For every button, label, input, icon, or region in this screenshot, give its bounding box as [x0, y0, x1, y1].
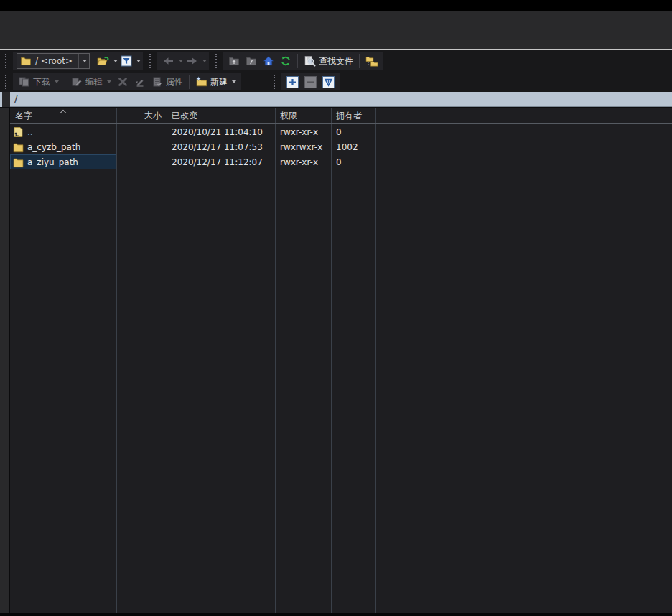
edit-label: 编辑 [85, 76, 103, 88]
toolbar-separator [65, 75, 65, 89]
top-black-strip [0, 0, 672, 11]
home-directory-button[interactable] [260, 53, 277, 69]
filter-icon [121, 55, 132, 67]
open-directory-button[interactable] [94, 53, 112, 69]
file-row-filler [375, 124, 672, 139]
command-toolbar: 下载 编辑 属性 新建 [0, 72, 672, 92]
file-changed: 2020/12/17 11:07:53 [167, 139, 275, 154]
toolbar-separator [297, 54, 298, 68]
address-toolbar: / <root> [0, 50, 672, 72]
parent-folder-icon [228, 55, 240, 67]
directory-path-value: / <root> [35, 56, 73, 66]
folder-icon [13, 157, 24, 168]
sync-folders-icon [365, 55, 378, 67]
filter-dropdown-icon[interactable] [136, 60, 141, 62]
download-dropdown-icon[interactable] [55, 80, 59, 83]
filter-button[interactable] [118, 53, 135, 69]
file-changed: 2020/12/17 11:12:07 [167, 154, 275, 169]
file-row[interactable]: a_ziyu_path 2020/12/17 11:12:07 rwxr-xr-… [10, 154, 672, 169]
edit-pencil-icon [71, 76, 83, 88]
navigation-group [157, 52, 209, 70]
find-files-button[interactable]: 查找文件 [301, 53, 356, 69]
path-gutter [2, 92, 10, 107]
bottom-black-strip [0, 613, 672, 616]
rename-pencil-icon [134, 76, 146, 88]
forward-dropdown-icon[interactable] [202, 60, 207, 62]
back-button[interactable] [159, 53, 177, 69]
unselect-files-button[interactable] [302, 74, 319, 90]
edit-dropdown-icon[interactable] [107, 80, 111, 83]
file-name-cell: a_cyzb_path [10, 139, 116, 154]
root-folder-icon [246, 55, 257, 67]
column-header-name[interactable]: 名字 [10, 108, 116, 123]
delete-button[interactable] [114, 74, 131, 90]
file-owner: 0 [331, 154, 375, 169]
select-files-button[interactable] [284, 74, 302, 90]
file-row[interactable]: a_cyzb_path 2020/12/17 11:07:53 rwxrwxr-… [10, 139, 672, 154]
column-header-filler [375, 108, 672, 123]
toolbar-separator [189, 75, 190, 89]
toolbar-grip[interactable] [5, 75, 11, 89]
address-group: / <root> [13, 52, 143, 70]
home-icon [263, 55, 274, 67]
file-commands-group: 下载 编辑 属性 新建 [13, 73, 241, 90]
column-header-permissions[interactable]: 权限 [275, 108, 331, 123]
invert-selection-button[interactable] [319, 74, 337, 90]
file-row[interactable]: .. 2020/10/21 11:04:10 rwxr-xr-x 0 [10, 124, 672, 139]
refresh-button[interactable] [277, 53, 294, 69]
column-header-changed[interactable]: 已改变 [167, 108, 275, 123]
folder-icon [20, 55, 32, 67]
chevron-down-icon[interactable] [78, 54, 89, 68]
properties-icon [151, 76, 163, 88]
properties-button[interactable]: 属性 [149, 74, 186, 90]
file-manager-window: / <root> [0, 0, 672, 616]
sort-ascending-icon [60, 110, 66, 116]
find-files-label: 查找文件 [319, 55, 353, 67]
new-label: 新建 [210, 76, 228, 88]
invert-selection-icon [322, 76, 335, 88]
parent-folder-icon [13, 126, 24, 138]
root-directory-button[interactable] [243, 53, 260, 69]
file-size [116, 124, 167, 139]
selection-group [281, 73, 340, 90]
file-permissions: rwxrwxr-x [275, 139, 331, 154]
forward-button[interactable] [183, 53, 201, 69]
download-button[interactable]: 下载 [15, 74, 62, 90]
delete-x-icon [117, 76, 129, 88]
toolbar-grip[interactable] [274, 75, 279, 89]
file-name-cell: .. [10, 124, 116, 139]
synchronize-browsing-button[interactable] [363, 53, 381, 69]
title-menu-band [0, 11, 672, 49]
file-name: a_cyzb_path [27, 142, 80, 152]
file-permissions: rwxr-xr-x [275, 154, 331, 169]
toolbar-grip[interactable] [149, 54, 155, 68]
folder-icon [13, 141, 24, 153]
column-header-size[interactable]: 大小 [116, 108, 167, 123]
open-folder-icon [97, 55, 109, 67]
find-files-icon [304, 55, 316, 67]
directory-path-combo[interactable]: / <root> [17, 53, 90, 69]
new-dropdown-icon[interactable] [232, 80, 236, 83]
current-path-bar[interactable]: / [10, 92, 672, 107]
toolbar-grip[interactable] [215, 54, 221, 68]
file-name: .. [27, 127, 33, 137]
parent-directory-button[interactable] [225, 53, 243, 69]
forward-arrow-icon [186, 55, 198, 67]
rename-button[interactable] [131, 74, 149, 90]
new-button[interactable]: 新建 [192, 74, 239, 90]
file-size [116, 139, 167, 154]
toolbar-grip[interactable] [5, 54, 11, 68]
left-gutter [0, 108, 10, 613]
column-header-row: 名字 大小 已改变 权限 拥有者 [10, 108, 672, 124]
unselect-minus-icon [304, 76, 317, 88]
file-row-filler [375, 139, 672, 154]
path-row: / [0, 92, 672, 107]
new-folder-icon [195, 76, 207, 88]
column-header-owner[interactable]: 拥有者 [331, 108, 375, 123]
column-header-name-label: 名字 [15, 110, 32, 122]
select-plus-icon [286, 76, 299, 88]
edit-button[interactable]: 编辑 [68, 74, 114, 90]
remote-file-panel[interactable]: 名字 大小 已改变 权限 拥有者 .. 2020/10/21 11:04:10 … [10, 108, 672, 613]
refresh-icon [280, 55, 291, 67]
download-label: 下载 [33, 76, 50, 88]
